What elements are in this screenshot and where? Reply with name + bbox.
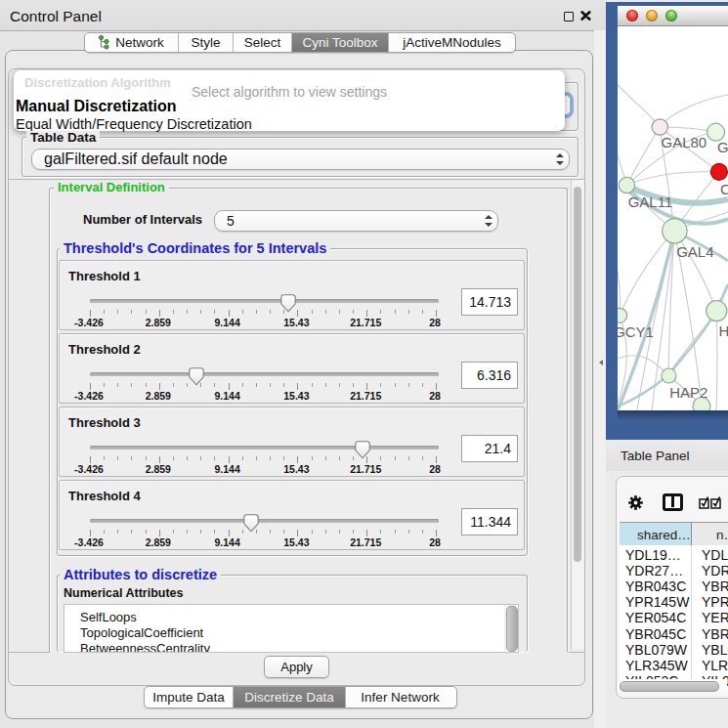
svg-text:GAL80: GAL80 xyxy=(662,134,707,150)
svg-text:GA: GA xyxy=(717,139,728,155)
svg-text:GAL11: GAL11 xyxy=(628,193,673,210)
svg-text:GCY1: GCY1 xyxy=(618,323,654,340)
svg-text:H: H xyxy=(719,322,728,339)
svg-text:GAL4: GAL4 xyxy=(676,243,713,260)
svg-text:HAP2: HAP2 xyxy=(669,384,707,401)
svg-text:C: C xyxy=(720,181,728,197)
